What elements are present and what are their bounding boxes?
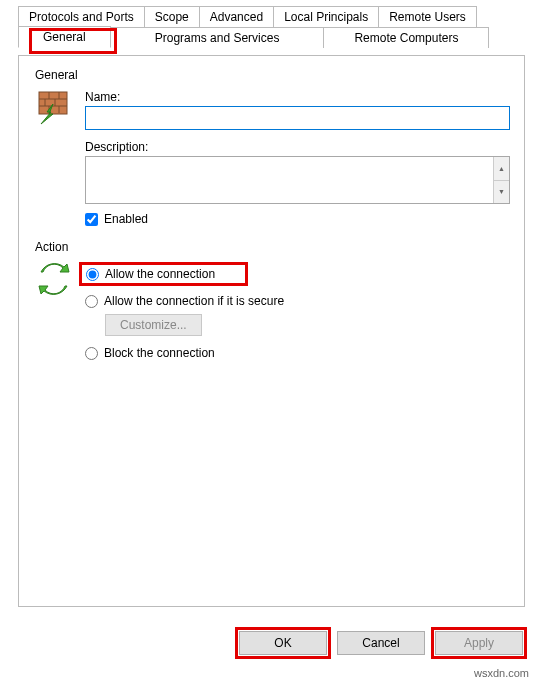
- allow-secure-radio[interactable]: [85, 295, 98, 308]
- description-input[interactable]: [86, 157, 493, 203]
- general-group-title: General: [33, 68, 510, 82]
- name-input[interactable]: [85, 106, 510, 130]
- scroll-down-icon[interactable]: ▼: [493, 181, 509, 204]
- description-label: Description:: [85, 140, 510, 154]
- enabled-checkbox[interactable]: [85, 213, 98, 226]
- tab-remote-users[interactable]: Remote Users: [378, 6, 477, 27]
- allow-radio[interactable]: [86, 268, 99, 281]
- tab-local-principals[interactable]: Local Principals: [273, 6, 379, 27]
- action-group-title: Action: [33, 240, 510, 254]
- block-label: Block the connection: [104, 346, 215, 360]
- enabled-label: Enabled: [104, 212, 148, 226]
- tab-row-upper: Protocols and Ports Scope Advanced Local…: [0, 0, 535, 27]
- apply-button: Apply: [435, 631, 523, 655]
- allow-secure-row[interactable]: Allow the connection if it is secure: [85, 294, 510, 308]
- scroll-up-icon[interactable]: ▲: [493, 157, 509, 181]
- cancel-button[interactable]: Cancel: [337, 631, 425, 655]
- tab-general[interactable]: General: [18, 26, 111, 48]
- name-label: Name:: [85, 90, 510, 104]
- ok-button[interactable]: OK: [239, 631, 327, 655]
- block-row[interactable]: Block the connection: [85, 346, 510, 360]
- enabled-checkbox-row[interactable]: Enabled: [85, 212, 510, 226]
- tab-advanced[interactable]: Advanced: [199, 6, 274, 27]
- allow-label: Allow the connection: [105, 267, 215, 281]
- action-group: Action Allow the connection: [33, 240, 510, 370]
- description-scroll: ▲ ▼: [493, 157, 509, 203]
- firewall-rule-properties-dialog: Protocols and Ports Scope Advanced Local…: [0, 0, 535, 685]
- tab-scope[interactable]: Scope: [144, 6, 200, 27]
- tab-programs-and-services[interactable]: Programs and Services: [110, 27, 325, 48]
- allow-icon: [37, 262, 71, 370]
- dialog-button-row: OK Cancel Apply: [239, 631, 523, 655]
- watermark-text: wsxdn.com: [474, 667, 529, 679]
- block-radio[interactable]: [85, 347, 98, 360]
- allow-secure-label: Allow the connection if it is secure: [104, 294, 284, 308]
- general-group: General: [33, 68, 510, 226]
- tab-remote-computers[interactable]: Remote Computers: [323, 27, 489, 48]
- tab-protocols-and-ports[interactable]: Protocols and Ports: [18, 6, 145, 27]
- firewall-icon: [37, 90, 71, 226]
- tab-row-lower: General Programs and Services Remote Com…: [0, 26, 535, 48]
- svg-rect-0: [39, 92, 67, 114]
- customize-button: Customize...: [105, 314, 202, 336]
- tab-content: General: [18, 55, 525, 607]
- description-field-wrap: ▲ ▼: [85, 156, 510, 204]
